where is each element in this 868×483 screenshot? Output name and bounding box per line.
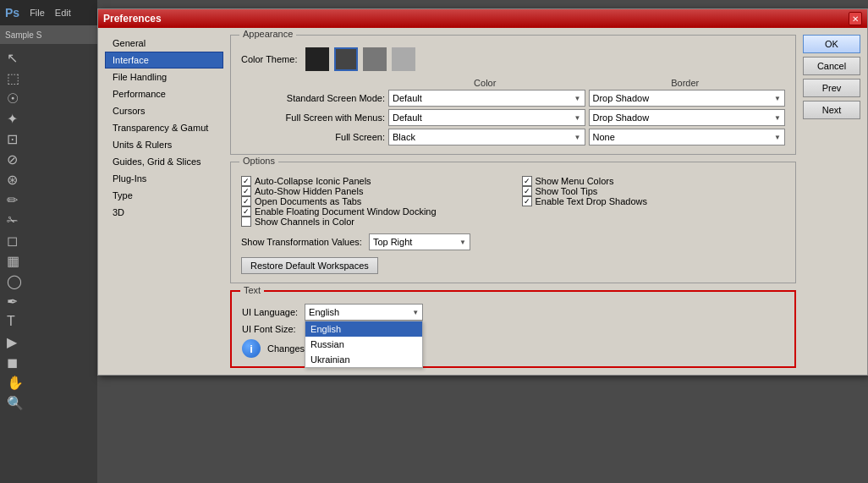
lang-option-russian[interactable]: Russian <box>305 337 422 352</box>
sidebar-item-3d[interactable]: 3D <box>105 204 223 221</box>
lang-option-ukrainian[interactable]: Ukrainian <box>305 352 422 367</box>
open-tabs-checkbox[interactable]: ✓ <box>241 196 251 206</box>
tool-marquee[interactable]: ⬚ <box>0 68 97 88</box>
lang-option-english[interactable]: English <box>305 321 422 337</box>
language-dropdown[interactable]: English ▼ <box>305 304 423 321</box>
text-drop-shadows-label: Enable Text Drop Shadows <box>536 196 648 206</box>
next-button[interactable]: Next <box>803 101 860 119</box>
checkbox-floating-dock: ✓ Enable Floating Document Window Dockin… <box>241 206 505 217</box>
close-button[interactable]: ✕ <box>849 12 862 25</box>
theme-swatch-dark2[interactable] <box>334 47 358 71</box>
theme-swatch-dark1[interactable] <box>305 47 329 71</box>
tool-crop[interactable]: ⊡ <box>0 129 97 149</box>
auto-show-label: Auto-Show Hidden Panels <box>255 186 363 196</box>
fullscreen-label: Full Screen: <box>241 132 385 142</box>
options-section: Options ✓ Auto-Collapse Iconic Panels ✓ … <box>230 162 796 283</box>
menu-file[interactable]: File <box>26 8 48 18</box>
checkbox-menu-colors: ✓ Show Menu Colors <box>522 176 786 186</box>
tool-dodge[interactable]: ◯ <box>0 271 97 291</box>
auto-collapse-checkbox[interactable]: ✓ <box>241 176 251 186</box>
sample-bar: Sample S <box>0 25 97 44</box>
sidebar-item-interface[interactable]: Interface <box>105 52 223 69</box>
fullscreen-menus-border-dropdown[interactable]: Drop Shadow▼ <box>589 109 786 126</box>
tool-brush[interactable]: ✏ <box>0 189 97 210</box>
tool-text[interactable]: T <box>0 311 97 332</box>
ok-button[interactable]: OK <box>803 35 860 53</box>
border-header: Border <box>585 78 786 88</box>
menu-edit[interactable]: Edit <box>52 8 74 18</box>
channels-color-label: Show Channels in Color <box>255 217 354 227</box>
tools-panel: ↖ ⬚ ☉ ✦ ⊡ ⊘ ⊛ ✏ ✁ ◻ ▦ ◯ ✒ T ▶ ◼ ✋ 🔍 <box>0 44 97 483</box>
language-current-value: English <box>309 307 339 317</box>
sidebar-item-transparency-gamut[interactable]: Transparency & Gamut <box>105 119 223 136</box>
theme-swatch-medium[interactable] <box>363 47 387 71</box>
restore-workspaces-button[interactable]: Restore Default Workspaces <box>241 257 378 274</box>
text-drop-shadows-checkbox[interactable]: ✓ <box>522 196 532 206</box>
menu-colors-label: Show Menu Colors <box>536 176 614 186</box>
preferences-dialog: Preferences ✕ General Interface File Han… <box>97 8 868 376</box>
fullscreen-border-dropdown[interactable]: None▼ <box>589 129 786 145</box>
language-label: UI Language: <box>242 307 298 317</box>
main-content: Appearance Color Theme: Color Border <box>230 35 796 368</box>
transform-row: Show Transformation Values: Top Right▼ <box>241 233 785 250</box>
fullscreen-menus-label: Full Screen with Menus: <box>241 113 385 123</box>
dialog-overlay: Preferences ✕ General Interface File Han… <box>97 0 868 483</box>
tool-lasso[interactable]: ☉ <box>0 88 97 108</box>
dialog-titlebar: Preferences ✕ <box>98 9 867 28</box>
tool-eraser[interactable]: ◻ <box>0 230 97 250</box>
checkbox-open-tabs: ✓ Open Documents as Tabs <box>241 196 505 206</box>
ps-logo: Ps <box>5 6 19 19</box>
tool-move[interactable]: ↖ <box>0 47 97 68</box>
channels-color-checkbox[interactable] <box>241 217 251 227</box>
cancel-button[interactable]: Cancel <box>803 57 860 75</box>
appearance-label: Appearance <box>239 29 296 39</box>
floating-dock-label: Enable Floating Document Window Docking <box>255 206 437 217</box>
transform-dropdown[interactable]: Top Right▼ <box>369 233 470 250</box>
checkbox-tool-tips: ✓ Show Tool Tips <box>522 186 786 196</box>
theme-swatch-light[interactable] <box>392 47 415 71</box>
floating-dock-checkbox[interactable]: ✓ <box>241 206 251 217</box>
text-section-label: Text <box>240 285 264 295</box>
sidebar-item-type[interactable]: Type <box>105 187 223 204</box>
prev-button[interactable]: Prev <box>803 79 860 97</box>
tool-path-select[interactable]: ▶ <box>0 332 97 352</box>
color-header: Color <box>385 78 585 88</box>
sidebar-item-general[interactable]: General <box>105 35 223 52</box>
sidebar-item-guides-grid-slices[interactable]: Guides, Grid & Slices <box>105 153 223 170</box>
tool-tips-checkbox[interactable]: ✓ <box>522 186 532 196</box>
fullscreen-color-dropdown[interactable]: Black▼ <box>388 129 585 145</box>
dialog-body: General Interface File Handling Performa… <box>98 28 867 375</box>
sidebar-nav: General Interface File Handling Performa… <box>105 35 223 368</box>
menu-colors-checkbox[interactable]: ✓ <box>522 176 532 186</box>
tool-spot-healing[interactable]: ⊛ <box>0 169 97 189</box>
info-icon: i <box>242 339 261 358</box>
standard-mode-border-dropdown[interactable]: Drop Shadow▼ <box>589 90 786 107</box>
tool-shape[interactable]: ◼ <box>0 352 97 372</box>
fullscreen-menus-color-dropdown[interactable]: Default▼ <box>388 109 585 126</box>
options-grid: ✓ Auto-Collapse Iconic Panels ✓ Auto-Sho… <box>241 176 785 227</box>
auto-show-checkbox[interactable]: ✓ <box>241 186 251 196</box>
checkbox-text-drop-shadows: ✓ Enable Text Drop Shadows <box>522 196 786 206</box>
sidebar-item-cursors[interactable]: Cursors <box>105 102 223 119</box>
appearance-section: Appearance Color Theme: Color Border <box>230 35 796 155</box>
transform-label: Show Transformation Values: <box>241 237 362 247</box>
sidebar-item-file-handling[interactable]: File Handling <box>105 69 223 85</box>
toolbar: Ps File Edit Sample S ↖ ⬚ ☉ ✦ ⊡ ⊘ ⊛ ✏ ✁ … <box>0 0 97 483</box>
standard-mode-color-dropdown[interactable]: Default▼ <box>388 90 585 107</box>
standard-mode-label: Standard Screen Mode: <box>241 93 385 103</box>
tool-zoom[interactable]: 🔍 <box>0 392 97 413</box>
tool-clone[interactable]: ✁ <box>0 210 97 230</box>
language-dropdown-wrapper: English ▼ English Russian Ukrainian <box>305 304 423 321</box>
sidebar-item-units-rulers[interactable]: Units & Rulers <box>105 136 223 153</box>
tool-eyedropper[interactable]: ⊘ <box>0 149 97 169</box>
color-theme-row: Color Theme: <box>241 47 785 71</box>
tool-pen[interactable]: ✒ <box>0 291 97 311</box>
sample-label: Sample S <box>5 30 41 40</box>
sidebar-item-plug-ins[interactable]: Plug-Ins <box>105 170 223 187</box>
sidebar-item-performance[interactable]: Performance <box>105 85 223 102</box>
language-dropdown-arrow: ▼ <box>412 309 419 316</box>
tool-hand[interactable]: ✋ <box>0 372 97 392</box>
auto-collapse-label: Auto-Collapse Iconic Panels <box>255 176 371 186</box>
tool-gradient[interactable]: ▦ <box>0 250 97 271</box>
tool-magic-wand[interactable]: ✦ <box>0 108 97 129</box>
